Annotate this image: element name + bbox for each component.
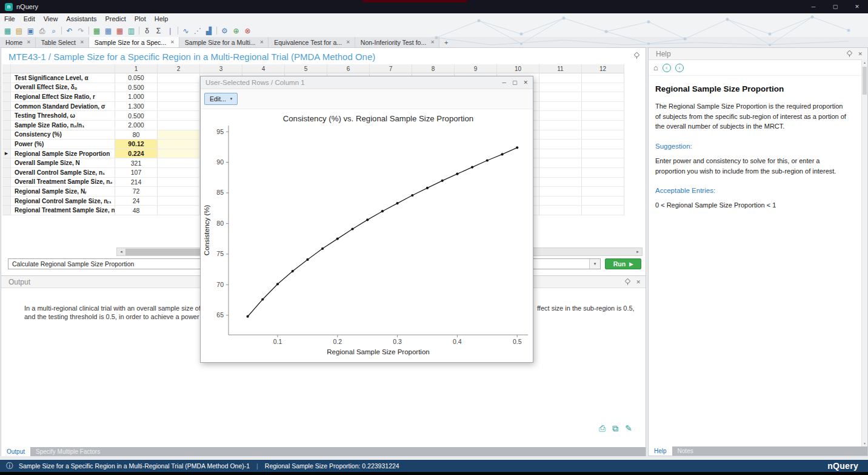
scroll-right-icon[interactable]: ▸ — [633, 248, 642, 255]
grid-cell[interactable] — [158, 197, 200, 206]
row-selector[interactable] — [2, 83, 11, 93]
forward-icon[interactable]: › — [675, 64, 684, 72]
close-icon[interactable]: ✕ — [430, 39, 435, 45]
tab-table-select[interactable]: Table Select✕ — [36, 37, 89, 47]
grid-cell[interactable] — [158, 83, 200, 93]
grid-cell[interactable] — [539, 121, 582, 130]
parameter-value[interactable]: 80 — [115, 130, 158, 140]
pin-icon[interactable] — [625, 279, 630, 285]
menu-assistants[interactable]: Assistants — [62, 15, 101, 22]
parameter-name[interactable]: Common Standard Deviation, σ — [11, 102, 115, 112]
plot-window-titlebar[interactable]: User-Selected Rows / Column 1 ─▢✕ — [201, 76, 533, 89]
grid-cell[interactable] — [582, 197, 624, 206]
search-icon[interactable]: ⌕ — [48, 25, 59, 36]
menu-plot[interactable]: Plot — [130, 15, 150, 22]
grid-cell[interactable] — [539, 168, 582, 178]
parameter-value[interactable]: 48 — [115, 206, 158, 215]
row-selector[interactable] — [2, 206, 11, 215]
grid-cell[interactable] — [539, 178, 582, 187]
grid-cell[interactable] — [582, 206, 624, 215]
tab-non-inferiority-test-fo[interactable]: Non-Inferiority Test fo...✕ — [355, 37, 439, 47]
footer-tab-notes[interactable]: Notes — [672, 446, 699, 456]
grid-cell[interactable] — [582, 140, 624, 149]
row-selector[interactable] — [2, 121, 11, 130]
minimize-button[interactable]: ─ — [803, 0, 824, 13]
grid-cell[interactable] — [158, 140, 200, 149]
grid-cell[interactable] — [158, 102, 200, 112]
undo-icon[interactable]: ↶ — [64, 25, 75, 36]
parameter-value[interactable]: 1.000 — [115, 92, 158, 102]
grid-cell[interactable] — [539, 197, 582, 206]
row-selector[interactable] — [2, 102, 11, 112]
parameter-value[interactable]: 321 — [115, 158, 158, 168]
plot-maximize-button[interactable]: ▢ — [512, 79, 518, 86]
footer-tab-help[interactable]: Help — [649, 446, 672, 456]
print-output-icon[interactable]: ⎙ — [599, 423, 606, 434]
parameter-value[interactable]: 1.300 — [115, 102, 158, 112]
column-header-9[interactable]: 9 — [455, 64, 497, 73]
close-icon[interactable]: ✕ — [636, 279, 641, 285]
grid-cell[interactable] — [582, 149, 624, 159]
row-selector[interactable] — [2, 130, 11, 140]
parameter-value[interactable]: 24 — [115, 197, 158, 206]
parameter-name[interactable]: Test Significance Level, α — [11, 73, 115, 83]
home-icon[interactable]: ⌂ — [653, 63, 658, 72]
close-icon[interactable]: ✕ — [80, 39, 84, 45]
line-plot-icon[interactable]: ∿ — [181, 25, 191, 36]
bars-icon[interactable]: ∣ — [165, 25, 175, 36]
grid-cell[interactable] — [582, 73, 624, 83]
parameter-value[interactable]: 2.000 — [115, 121, 158, 130]
add-circle-icon[interactable]: ⊕ — [231, 25, 241, 36]
tab-sample-size-for-a-spec[interactable]: Sample Size for a Spec...✕ — [89, 37, 179, 47]
scrollbar-thumb[interactable] — [863, 67, 867, 95]
grid-cell[interactable] — [158, 111, 200, 121]
menu-file[interactable]: File — [0, 15, 19, 22]
row-selector[interactable] — [2, 158, 11, 168]
row-selector[interactable] — [2, 178, 11, 187]
back-icon[interactable]: ‹ — [663, 64, 671, 72]
close-icon[interactable]: ✕ — [27, 39, 31, 45]
column-header-5[interactable]: 5 — [285, 64, 327, 73]
grid-cell[interactable] — [158, 187, 200, 197]
close-icon[interactable]: ✕ — [170, 39, 175, 45]
parameter-value[interactable]: 0.500 — [115, 111, 158, 121]
tab-equivalence-test-for-a[interactable]: Equivalence Test for a...✕ — [269, 37, 355, 47]
grid-cell[interactable] — [582, 92, 624, 102]
parameter-value[interactable]: 0.050 — [115, 73, 158, 83]
parameter-name[interactable]: Overall Effect Size, δₒ — [11, 83, 115, 93]
row-selector[interactable] — [2, 92, 11, 102]
edit-table-icon[interactable]: ▦ — [103, 25, 113, 36]
grid-cell[interactable] — [539, 102, 582, 112]
plot-window[interactable]: User-Selected Rows / Column 1 ─▢✕ Edit..… — [200, 76, 533, 363]
footer-tab-specify-multiple-factors[interactable]: Specify Multiple Factors — [30, 447, 105, 456]
grid-cell[interactable] — [582, 111, 624, 121]
grid-cell[interactable] — [539, 149, 582, 159]
delete-table-icon[interactable]: ▦ — [115, 25, 125, 36]
grid-cell[interactable] — [539, 111, 582, 121]
grid-cell[interactable] — [582, 102, 624, 112]
transpose-table-icon[interactable]: ▥ — [126, 25, 136, 36]
parameter-name[interactable]: Regional Control Sample Size, nᵣ₁ — [11, 197, 115, 206]
parameter-value[interactable]: 90.12 — [115, 140, 158, 149]
grid-cell[interactable] — [582, 158, 624, 168]
grid-cell[interactable] — [582, 187, 624, 197]
edit-output-icon[interactable]: ✎ — [625, 423, 632, 434]
parameter-value[interactable]: 107 — [115, 168, 158, 178]
help-vertical-scrollbar[interactable]: ▲ ▼ — [861, 59, 867, 446]
tab-sample-size-for-a-multi[interactable]: Sample Size for a Multi...✕ — [179, 37, 269, 47]
grid-cell[interactable] — [158, 149, 200, 159]
grid-cell[interactable] — [158, 130, 200, 140]
column-header-10[interactable]: 10 — [497, 64, 539, 73]
settings-gear-icon[interactable]: ⚙ — [219, 25, 230, 36]
parameter-name[interactable]: Regional Sample Size Proportion — [11, 149, 115, 159]
open-file-icon[interactable]: ▤ — [14, 25, 24, 36]
parameter-name[interactable]: Sample Size Ratio, n₂/n₁ — [11, 121, 115, 130]
scatter-plot-icon[interactable]: ⋰ — [192, 25, 202, 36]
maximize-button[interactable]: ▢ — [824, 0, 846, 13]
grid-cell[interactable] — [582, 130, 624, 140]
parameter-name[interactable]: Consistency (%) — [11, 130, 115, 140]
grid-cell[interactable] — [158, 168, 200, 178]
sigma-icon[interactable]: Σ — [153, 25, 164, 36]
parameter-value[interactable]: 214 — [115, 178, 158, 187]
insert-table-icon[interactable]: ▦ — [92, 25, 102, 36]
